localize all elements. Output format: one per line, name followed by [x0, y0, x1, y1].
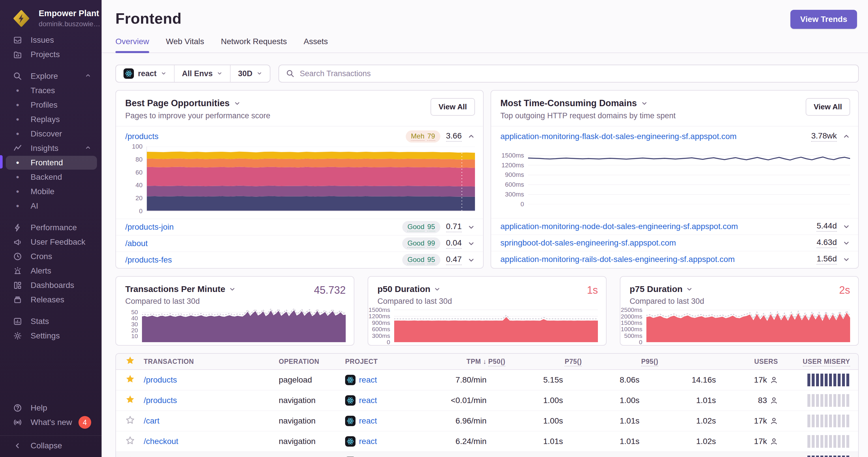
- sidebar-item-releases[interactable]: Releases: [0, 293, 101, 307]
- table-row[interactable]: /products-join pageload react 3.88/min 1…: [116, 452, 858, 457]
- divider: [0, 435, 101, 436]
- project-link[interactable]: react: [359, 396, 377, 405]
- page-link[interactable]: /products-join: [125, 223, 174, 232]
- star-filled-icon[interactable]: [125, 395, 135, 404]
- org-switcher[interactable]: Empower Plant dominik.buszowiec…: [0, 0, 101, 29]
- collapse-row-button[interactable]: [843, 133, 850, 140]
- siren-icon: [13, 266, 23, 276]
- sidebar-item-explore[interactable]: Explore: [0, 69, 101, 84]
- project-link[interactable]: react: [359, 416, 377, 426]
- environment-selector[interactable]: All Envs: [174, 65, 230, 82]
- sidebar-item-settings[interactable]: Settings: [0, 329, 101, 343]
- col-header-users[interactable]: USERS: [754, 358, 778, 365]
- sidebar-item-projects[interactable]: Projects: [0, 47, 101, 62]
- domain-link[interactable]: application-monitoring-rails-dot-sales-e…: [500, 255, 735, 264]
- sidebar-item-mobile[interactable]: Mobile: [0, 184, 101, 199]
- domain-link[interactable]: application-monitoring-node-dot-sales-en…: [500, 222, 738, 231]
- domain-link[interactable]: springboot-dot-sales-engineering-sf.apps…: [500, 238, 676, 248]
- sidebar-item-dashboards[interactable]: Dashboards: [0, 278, 101, 293]
- sidebar-item-insights[interactable]: Insights: [0, 141, 101, 156]
- chevron-down-icon[interactable]: [641, 100, 648, 107]
- tab-web-vitals[interactable]: Web Vitals: [166, 37, 204, 53]
- p75-duration-chart: 0500ms1000ms1500ms2000ms2500ms: [620, 307, 858, 345]
- page-link[interactable]: /about: [125, 239, 148, 248]
- domain-row[interactable]: application-monitoring-node-dot-sales-en…: [491, 218, 858, 234]
- collapse-row-button[interactable]: [467, 133, 475, 140]
- sidebar-collapse-button[interactable]: Collapse: [0, 438, 101, 453]
- project-link[interactable]: react: [359, 437, 377, 446]
- transaction-link[interactable]: /products: [144, 396, 177, 405]
- sidebar-item-backend[interactable]: Backend: [0, 170, 101, 184]
- tab-overview[interactable]: Overview: [116, 37, 149, 53]
- sidebar-item-replays[interactable]: Replays: [0, 112, 101, 127]
- project-link[interactable]: react: [359, 376, 377, 385]
- sidebar-item-alerts[interactable]: Alerts: [0, 264, 101, 278]
- expand-row-button[interactable]: [843, 256, 850, 263]
- col-header-operation[interactable]: OPERATION: [279, 358, 345, 365]
- expand-row-button[interactable]: [467, 240, 475, 247]
- org-email: dominik.buszowiec…: [39, 20, 101, 28]
- star-outline-icon[interactable]: [125, 456, 135, 457]
- star-filled-icon[interactable]: [125, 374, 135, 384]
- date-range-selector[interactable]: 30D: [230, 65, 270, 82]
- sidebar-item-user-feedback[interactable]: User Feedback: [0, 235, 101, 249]
- view-all-button[interactable]: View All: [806, 98, 850, 116]
- sidebar-item-help[interactable]: Help: [0, 401, 101, 415]
- sidebar-item-whats-new[interactable]: What's new 4: [0, 415, 101, 430]
- tab-assets[interactable]: Assets: [304, 37, 328, 53]
- col-header-project[interactable]: PROJECT: [345, 358, 432, 365]
- chevron-down-icon[interactable]: [229, 286, 236, 293]
- sidebar-item-crons[interactable]: Crons: [0, 249, 101, 264]
- domain-link[interactable]: application-monitoring-flask-dot-sales-e…: [500, 132, 737, 141]
- expand-row-button[interactable]: [843, 223, 850, 230]
- score-badge: Good95: [402, 221, 440, 233]
- sidebar-item-performance[interactable]: Performance: [0, 221, 101, 235]
- page-link[interactable]: /products-fes: [125, 255, 172, 265]
- page-link[interactable]: /products: [125, 132, 158, 141]
- chevron-down-icon[interactable]: [234, 100, 241, 107]
- table-row[interactable]: /cart navigation react 6.96/min 1.00s 1.…: [116, 411, 858, 431]
- sidebar-item-stats[interactable]: Stats: [0, 314, 101, 329]
- expand-row-button[interactable]: [467, 256, 475, 264]
- col-header-tpm[interactable]: TPM ↓: [467, 358, 487, 365]
- app-window: Empower Plant dominik.buszowiec… Issues …: [0, 0, 868, 457]
- project-selector[interactable]: react: [116, 65, 174, 82]
- star-outline-icon[interactable]: [125, 436, 135, 446]
- score-badge: Good95: [402, 254, 440, 266]
- col-header-p75[interactable]: P75(): [563, 358, 582, 365]
- search-transactions-input[interactable]: [300, 69, 851, 78]
- expand-row-button[interactable]: [843, 239, 850, 247]
- sidebar-item-profiles[interactable]: Profiles: [0, 98, 101, 112]
- view-trends-button[interactable]: View Trends: [790, 10, 857, 29]
- transaction-link[interactable]: /checkout: [144, 437, 178, 446]
- sidebar-item-issues[interactable]: Issues: [0, 33, 101, 47]
- sidebar-item-traces[interactable]: Traces: [0, 84, 101, 98]
- col-header-p95[interactable]: P95(): [640, 358, 658, 365]
- whats-new-count-badge: 4: [79, 416, 91, 429]
- chevron-down-icon[interactable]: [434, 286, 441, 293]
- transaction-link[interactable]: /products: [144, 376, 177, 384]
- opportunity-row[interactable]: /products-fes Good95 0.47: [116, 252, 483, 268]
- chevron-down-icon[interactable]: [686, 286, 693, 293]
- sidebar-item-discover[interactable]: Discover: [0, 127, 101, 141]
- star-outline-icon[interactable]: [125, 415, 135, 425]
- user-icon: [770, 437, 778, 446]
- tab-network-requests[interactable]: Network Requests: [221, 37, 287, 53]
- domain-row[interactable]: springboot-dot-sales-engineering-sf.apps…: [491, 234, 858, 251]
- transaction-link[interactable]: /cart: [144, 416, 159, 425]
- col-header-user-misery[interactable]: USER MISERY: [801, 358, 850, 365]
- sidebar-item-ai[interactable]: AI: [0, 199, 101, 213]
- domain-row[interactable]: application-monitoring-rails-dot-sales-e…: [491, 251, 858, 267]
- org-logo-icon: [11, 7, 31, 29]
- table-row[interactable]: /products navigation react <0.01/min 1.0…: [116, 390, 858, 411]
- table-row[interactable]: /products pageload react 7.80/min 5.15s …: [116, 370, 858, 390]
- opportunity-row[interactable]: /products-join Good95 0.71: [116, 219, 483, 235]
- table-row[interactable]: /checkout navigation react 6.24/min 1.01…: [116, 431, 858, 452]
- sidebar-item-frontend[interactable]: Frontend: [0, 156, 101, 170]
- col-header-transaction[interactable]: TRANSACTION: [144, 358, 279, 365]
- opportunity-row[interactable]: /about Good99 0.04: [116, 235, 483, 252]
- star-icon[interactable]: [125, 356, 135, 365]
- view-all-button[interactable]: View All: [431, 98, 475, 116]
- col-header-p50[interactable]: P50(): [487, 358, 505, 365]
- expand-row-button[interactable]: [467, 223, 475, 231]
